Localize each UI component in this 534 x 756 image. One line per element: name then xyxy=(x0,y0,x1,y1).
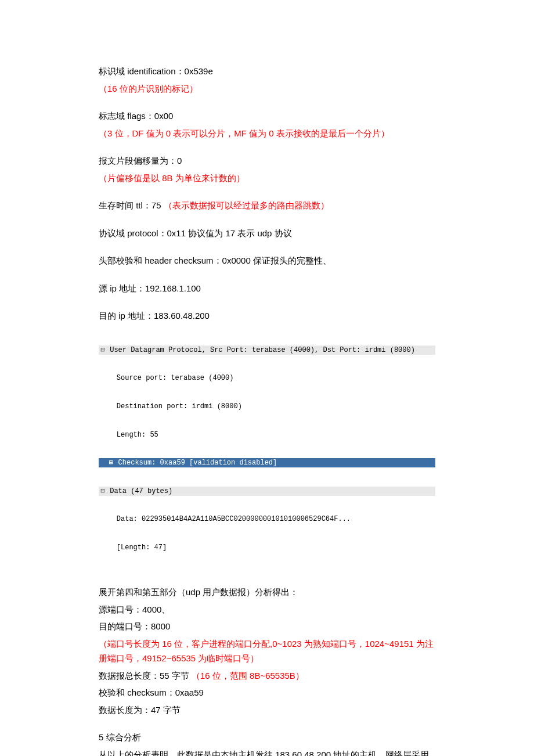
ttl-prefix: 生存时间 ttl：75 xyxy=(99,200,164,210)
udp-src-port-row: Source port: terabase (4000) xyxy=(99,373,435,383)
udp-dst-port-row: Destination port: irdmi (8000) xyxy=(99,402,435,411)
checksum-text: 校验和 checksum：0xaa59 xyxy=(99,685,435,700)
packet-capture-block: ⊟ User Datagram Protocol, Src Port: tera… xyxy=(99,327,435,571)
collapse-icon: ⊟ xyxy=(100,345,106,355)
analysis-intro: 展开第四和第五部分（udp 用户数据报）分析得出： xyxy=(99,585,435,600)
ttl-note: （表示数据报可以经过最多的路由器跳数） xyxy=(164,200,329,210)
identification-note: （16 位的片识别的标记） xyxy=(99,81,435,96)
expand-icon: ⊞ xyxy=(108,458,114,467)
section-5-body: 从以上的分析表明，此数据是由本地主机发往 183.60.48.200 地址的主机… xyxy=(99,747,435,756)
udp-header-row: ⊟ User Datagram Protocol, Src Port: tera… xyxy=(99,345,435,355)
udp-length-row: Length: 55 xyxy=(99,430,435,440)
datagram-length-prefix: 数据报总长度：55 字节 xyxy=(99,671,192,681)
flags-line: 标志域 flags：0x00 xyxy=(99,109,435,124)
source-port-text: 源端口号：4000、 xyxy=(99,602,435,617)
header-checksum-line: 头部校验和 header checksum：0x0000 保证报头的完整性、 xyxy=(99,253,435,268)
udp-checksum-text: Checksum: 0xaa59 [validation disabled] xyxy=(118,459,277,467)
data-length-row: [Length: 47] xyxy=(99,543,435,552)
collapse-icon: ⊟ xyxy=(100,487,106,496)
document-page: 标识域 identification：0x539e （16 位的片识别的标记） … xyxy=(0,0,534,756)
ttl-line: 生存时间 ttl：75 （表示数据报可以经过最多的路由器跳数） xyxy=(99,198,435,213)
port-note: （端口号长度为 16 位，客户进程的端口分配,0~1023 为熟知端口号，102… xyxy=(99,636,435,666)
data-header-row: ⊟ Data (47 bytes) xyxy=(99,487,435,496)
protocol-line: 协议域 protocol：0x11 协议值为 17 表示 udp 协议 xyxy=(99,226,435,241)
data-header-text: Data (47 bytes) xyxy=(110,487,172,495)
source-ip-line: 源 ip 地址：192.168.1.100 xyxy=(99,281,435,296)
data-length-text: 数据长度为：47 字节 xyxy=(99,703,435,718)
udp-checksum-row: ⊞ Checksum: 0xaa59 [validation disabled] xyxy=(99,458,435,467)
destination-port-text: 目的端口号：8000 xyxy=(99,619,435,634)
udp-header-text: User Datagram Protocol, Src Port: teraba… xyxy=(110,346,415,354)
datagram-length-line: 数据报总长度：55 字节 （16 位，范围 8B~65535B） xyxy=(99,668,435,683)
flags-note: （3 位，DF 值为 0 表示可以分片，MF 值为 0 表示接收的是最后一个分片… xyxy=(99,126,435,141)
datagram-length-note: （16 位，范围 8B~65535B） xyxy=(192,671,304,681)
identification-line: 标识域 identification：0x539e xyxy=(99,64,435,79)
fragment-offset-line: 报文片段偏移量为：0 xyxy=(99,153,435,168)
destination-ip-line: 目的 ip 地址：183.60.48.200 xyxy=(99,308,435,323)
data-bytes-row: Data: 022935014B4A2A110A5BCC020000000101… xyxy=(99,514,435,524)
section-5-title: 5 综合分析 xyxy=(99,730,435,745)
fragment-offset-note: （片偏移值是以 8B 为单位来计数的） xyxy=(99,171,435,186)
